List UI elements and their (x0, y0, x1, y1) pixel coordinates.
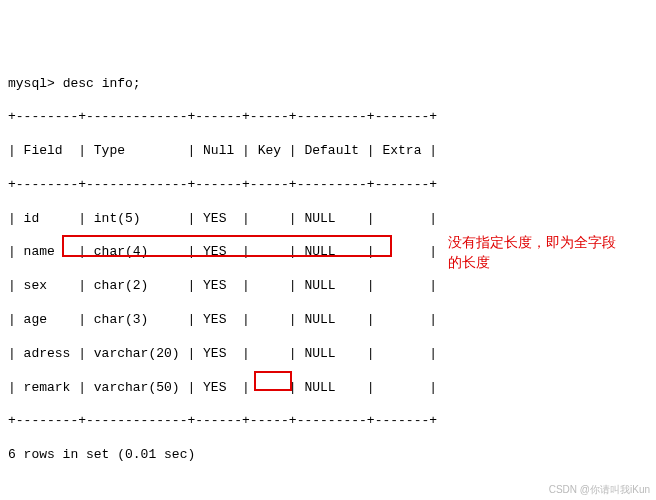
table-row: | remark | varchar(50) | YES | | NULL | … (8, 380, 648, 397)
table-border: +--------+-------------+------+-----+---… (8, 177, 648, 194)
table-border: +--------+-------------+------+-----+---… (8, 413, 648, 430)
cmd-desc1: desc info; (63, 76, 141, 91)
table-row: | adress | varchar(20) | YES | | NULL | … (8, 346, 648, 363)
row-count: 6 rows in set (0.01 sec) (8, 447, 648, 464)
table-row: | sex | char(2) | YES | | NULL | | (8, 278, 648, 295)
table-header: | Field | Type | Null | Key | Default | … (8, 143, 648, 160)
table-border: +--------+-------------+------+-----+---… (8, 109, 648, 126)
prompt: mysql> (8, 76, 55, 91)
watermark: CSDN @你请叫我iKun (549, 483, 650, 496)
table-row: | age | char(3) | YES | | NULL | | (8, 312, 648, 329)
table-row: | id | int(5) | YES | | NULL | | (8, 211, 648, 228)
annotation-no-length: 没有指定长度，即为全字段的长度 (448, 233, 628, 272)
